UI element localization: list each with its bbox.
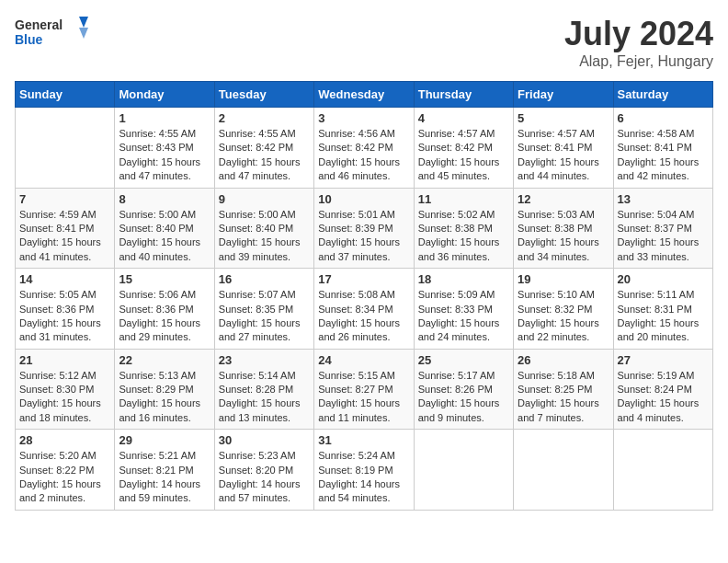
calendar-day-cell: 13Sunrise: 5:04 AM Sunset: 8:37 PM Dayli… xyxy=(613,188,712,269)
day-info: Sunrise: 5:13 AM Sunset: 8:29 PM Dayligh… xyxy=(119,369,210,426)
day-of-week-header: Monday xyxy=(115,82,214,108)
day-info: Sunrise: 4:57 AM Sunset: 8:41 PM Dayligh… xyxy=(518,127,609,184)
day-of-week-header: Friday xyxy=(514,82,613,108)
calendar-week-row: 21Sunrise: 5:12 AM Sunset: 8:30 PM Dayli… xyxy=(16,349,713,430)
day-info: Sunrise: 5:21 AM Sunset: 8:21 PM Dayligh… xyxy=(119,449,210,506)
day-info: Sunrise: 5:07 AM Sunset: 8:35 PM Dayligh… xyxy=(219,288,310,345)
day-number: 29 xyxy=(119,433,210,447)
calendar-day-cell xyxy=(514,430,613,511)
day-info: Sunrise: 5:14 AM Sunset: 8:28 PM Dayligh… xyxy=(219,369,310,426)
day-info: Sunrise: 5:19 AM Sunset: 8:24 PM Dayligh… xyxy=(618,369,709,426)
calendar-day-cell: 5Sunrise: 4:57 AM Sunset: 8:41 PM Daylig… xyxy=(514,108,613,189)
day-number: 18 xyxy=(418,272,509,286)
day-number: 26 xyxy=(518,353,609,367)
calendar-day-cell: 1Sunrise: 4:55 AM Sunset: 8:43 PM Daylig… xyxy=(115,108,214,189)
day-number: 22 xyxy=(119,353,210,367)
day-number: 16 xyxy=(219,272,310,286)
calendar-day-cell xyxy=(613,430,712,511)
calendar-week-row: 14Sunrise: 5:05 AM Sunset: 8:36 PM Dayli… xyxy=(16,269,713,350)
calendar-day-cell: 7Sunrise: 4:59 AM Sunset: 8:41 PM Daylig… xyxy=(16,188,115,269)
calendar-day-cell xyxy=(414,430,513,511)
day-number: 23 xyxy=(219,353,310,367)
calendar-day-cell: 30Sunrise: 5:23 AM Sunset: 8:20 PM Dayli… xyxy=(214,430,313,511)
calendar-day-cell: 29Sunrise: 5:21 AM Sunset: 8:21 PM Dayli… xyxy=(115,430,214,511)
calendar-day-cell: 23Sunrise: 5:14 AM Sunset: 8:28 PM Dayli… xyxy=(214,349,313,430)
calendar-day-cell: 12Sunrise: 5:03 AM Sunset: 8:38 PM Dayli… xyxy=(514,188,613,269)
day-number: 12 xyxy=(518,192,609,206)
day-info: Sunrise: 5:02 AM Sunset: 8:38 PM Dayligh… xyxy=(418,208,509,265)
day-info: Sunrise: 5:20 AM Sunset: 8:22 PM Dayligh… xyxy=(19,449,110,506)
day-number: 3 xyxy=(318,111,409,125)
day-number: 28 xyxy=(19,433,110,447)
header: General Blue July 2024 Alap, Fejer, Hung… xyxy=(15,15,713,70)
day-info: Sunrise: 5:04 AM Sunset: 8:37 PM Dayligh… xyxy=(618,208,709,265)
day-info: Sunrise: 5:23 AM Sunset: 8:20 PM Dayligh… xyxy=(219,449,310,506)
day-info: Sunrise: 5:09 AM Sunset: 8:33 PM Dayligh… xyxy=(418,288,509,345)
day-number: 7 xyxy=(19,192,110,206)
svg-marker-3 xyxy=(79,28,88,39)
day-info: Sunrise: 4:59 AM Sunset: 8:41 PM Dayligh… xyxy=(19,208,110,265)
calendar-day-cell: 8Sunrise: 5:00 AM Sunset: 8:40 PM Daylig… xyxy=(115,188,214,269)
title-block: July 2024 Alap, Fejer, Hungary xyxy=(564,15,713,70)
day-number: 8 xyxy=(119,192,210,206)
day-of-week-header: Saturday xyxy=(613,82,712,108)
calendar-day-cell: 15Sunrise: 5:06 AM Sunset: 8:36 PM Dayli… xyxy=(115,269,214,350)
calendar-day-cell: 25Sunrise: 5:17 AM Sunset: 8:26 PM Dayli… xyxy=(414,349,513,430)
day-info: Sunrise: 4:55 AM Sunset: 8:42 PM Dayligh… xyxy=(219,127,310,184)
day-of-week-header: Thursday xyxy=(414,82,513,108)
month-year-title: July 2024 xyxy=(564,15,713,53)
location-subtitle: Alap, Fejer, Hungary xyxy=(564,53,713,70)
calendar-day-cell: 28Sunrise: 5:20 AM Sunset: 8:22 PM Dayli… xyxy=(16,430,115,511)
day-number: 11 xyxy=(418,192,509,206)
day-info: Sunrise: 5:10 AM Sunset: 8:32 PM Dayligh… xyxy=(518,288,609,345)
day-number: 19 xyxy=(518,272,609,286)
calendar-day-cell: 11Sunrise: 5:02 AM Sunset: 8:38 PM Dayli… xyxy=(414,188,513,269)
day-number: 15 xyxy=(119,272,210,286)
day-info: Sunrise: 5:00 AM Sunset: 8:40 PM Dayligh… xyxy=(219,208,310,265)
day-info: Sunrise: 5:15 AM Sunset: 8:27 PM Dayligh… xyxy=(318,369,409,426)
calendar-day-cell: 21Sunrise: 5:12 AM Sunset: 8:30 PM Dayli… xyxy=(16,349,115,430)
calendar-day-cell: 14Sunrise: 5:05 AM Sunset: 8:36 PM Dayli… xyxy=(16,269,115,350)
day-info: Sunrise: 5:05 AM Sunset: 8:36 PM Dayligh… xyxy=(19,288,110,345)
day-number: 25 xyxy=(418,353,509,367)
calendar-day-cell: 6Sunrise: 4:58 AM Sunset: 8:41 PM Daylig… xyxy=(613,108,712,189)
calendar-day-cell: 17Sunrise: 5:08 AM Sunset: 8:34 PM Dayli… xyxy=(314,269,414,350)
day-info: Sunrise: 4:57 AM Sunset: 8:42 PM Dayligh… xyxy=(418,127,509,184)
calendar-day-cell: 31Sunrise: 5:24 AM Sunset: 8:19 PM Dayli… xyxy=(314,430,414,511)
svg-marker-2 xyxy=(79,17,88,28)
calendar-day-cell: 22Sunrise: 5:13 AM Sunset: 8:29 PM Dayli… xyxy=(115,349,214,430)
day-number: 20 xyxy=(618,272,709,286)
day-number: 13 xyxy=(618,192,709,206)
svg-text:General: General xyxy=(15,17,63,32)
day-info: Sunrise: 5:24 AM Sunset: 8:19 PM Dayligh… xyxy=(318,449,409,506)
day-number: 2 xyxy=(219,111,310,125)
day-number: 17 xyxy=(318,272,409,286)
calendar-day-cell: 19Sunrise: 5:10 AM Sunset: 8:32 PM Dayli… xyxy=(514,269,613,350)
calendar-day-cell: 26Sunrise: 5:18 AM Sunset: 8:25 PM Dayli… xyxy=(514,349,613,430)
calendar-day-cell: 27Sunrise: 5:19 AM Sunset: 8:24 PM Dayli… xyxy=(613,349,712,430)
calendar-table: SundayMondayTuesdayWednesdayThursdayFrid… xyxy=(15,81,713,511)
day-info: Sunrise: 5:00 AM Sunset: 8:40 PM Dayligh… xyxy=(119,208,210,265)
calendar-day-cell: 4Sunrise: 4:57 AM Sunset: 8:42 PM Daylig… xyxy=(414,108,513,189)
day-info: Sunrise: 5:01 AM Sunset: 8:39 PM Dayligh… xyxy=(318,208,409,265)
day-info: Sunrise: 4:58 AM Sunset: 8:41 PM Dayligh… xyxy=(618,127,709,184)
logo: General Blue xyxy=(15,15,88,55)
day-number: 27 xyxy=(618,353,709,367)
calendar-day-cell: 10Sunrise: 5:01 AM Sunset: 8:39 PM Dayli… xyxy=(314,188,414,269)
calendar-week-row: 1Sunrise: 4:55 AM Sunset: 8:43 PM Daylig… xyxy=(16,108,713,189)
logo-svg: General Blue xyxy=(15,15,88,55)
day-number: 10 xyxy=(318,192,409,206)
day-number: 31 xyxy=(318,433,409,447)
day-info: Sunrise: 4:56 AM Sunset: 8:42 PM Dayligh… xyxy=(318,127,409,184)
calendar-week-row: 28Sunrise: 5:20 AM Sunset: 8:22 PM Dayli… xyxy=(16,430,713,511)
day-number: 6 xyxy=(618,111,709,125)
day-number: 5 xyxy=(518,111,609,125)
calendar-day-cell xyxy=(16,108,115,189)
calendar-day-cell: 16Sunrise: 5:07 AM Sunset: 8:35 PM Dayli… xyxy=(214,269,313,350)
day-info: Sunrise: 5:18 AM Sunset: 8:25 PM Dayligh… xyxy=(518,369,609,426)
calendar-day-cell: 9Sunrise: 5:00 AM Sunset: 8:40 PM Daylig… xyxy=(214,188,313,269)
day-number: 21 xyxy=(19,353,110,367)
day-number: 9 xyxy=(219,192,310,206)
day-number: 14 xyxy=(19,272,110,286)
calendar-week-row: 7Sunrise: 4:59 AM Sunset: 8:41 PM Daylig… xyxy=(16,188,713,269)
